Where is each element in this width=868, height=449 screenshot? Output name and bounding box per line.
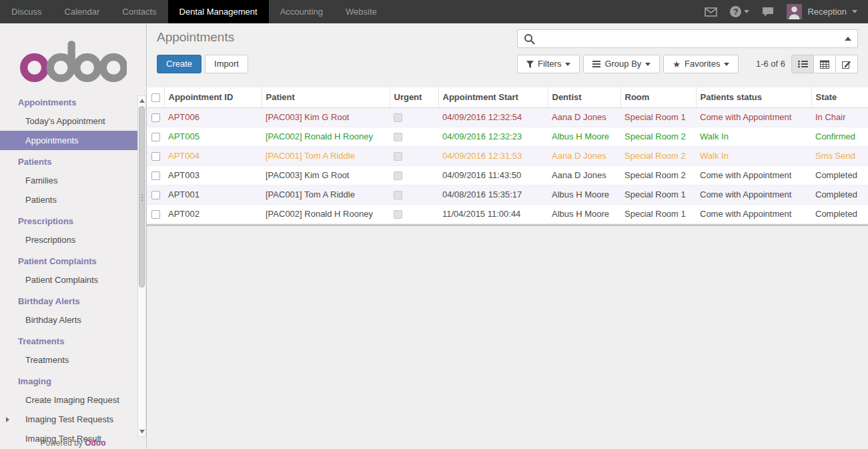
- scrollbar-thumb[interactable]: [139, 106, 145, 288]
- table-row-apt003[interactable]: APT003[PAC003] Kim G Root04/09/2016 11:4…: [147, 165, 868, 185]
- cell-id[interactable]: APT002: [164, 204, 262, 223]
- column-header-room[interactable]: Room: [620, 87, 696, 107]
- odoo-brand-text[interactable]: Odoo: [85, 438, 105, 448]
- column-header-patient[interactable]: Patient: [262, 87, 390, 107]
- column-header-patients-status[interactable]: Patients status: [696, 87, 811, 107]
- chat-icon[interactable]: [762, 7, 774, 17]
- help-menu-button[interactable]: ?: [730, 6, 749, 17]
- cell-dentist[interactable]: Aana D Jones: [548, 165, 620, 185]
- user-menu[interactable]: Reception: [787, 4, 857, 19]
- sidebar-item-birthday-alerts[interactable]: Birthday Alerts: [0, 310, 146, 330]
- cell-patient[interactable]: [PAC003] Kim G Root: [262, 107, 390, 127]
- column-header-appointment-id[interactable]: Appointment ID: [164, 87, 262, 107]
- table-row-apt006[interactable]: APT006[PAC003] Kim G Root04/09/2016 12:3…: [147, 107, 868, 127]
- cell-start[interactable]: 04/09/2016 12:32:23: [438, 127, 548, 146]
- cell-status[interactable]: Walk In: [696, 146, 811, 165]
- search-expand-caret-icon[interactable]: [845, 37, 851, 41]
- cell-state[interactable]: Completed: [811, 165, 868, 185]
- cell-state[interactable]: Sms Send: [811, 146, 868, 165]
- envelope-icon[interactable]: [705, 7, 717, 17]
- cell-dentist[interactable]: Aana D Jones: [548, 146, 620, 165]
- list-view-button[interactable]: [791, 55, 814, 73]
- cell-patient[interactable]: [PAC003] Kim G Root: [262, 165, 390, 185]
- column-header-state[interactable]: State: [811, 87, 868, 107]
- cell-state[interactable]: Completed: [811, 185, 868, 204]
- table-row-apt001[interactable]: APT001[PAC001] Tom A Riddle04/08/2016 15…: [147, 185, 868, 204]
- table-row-apt002[interactable]: APT002[PAC002] Ronald H Rooney11/04/2015…: [147, 204, 868, 223]
- cell-urgent[interactable]: [390, 165, 438, 185]
- import-button[interactable]: Import: [205, 55, 248, 73]
- sidebar-scrollbar[interactable]: [137, 95, 146, 437]
- group-by-button[interactable]: Group By: [583, 55, 660, 73]
- cell-urgent[interactable]: [390, 185, 438, 204]
- column-header-urgent[interactable]: Urgent: [390, 87, 438, 107]
- select-all-checkbox[interactable]: [151, 93, 160, 102]
- cell-room[interactable]: Special Room 2: [620, 127, 696, 146]
- cell-patient[interactable]: [PAC001] Tom A Riddle: [262, 146, 390, 165]
- cell-state[interactable]: Completed: [811, 204, 868, 223]
- cell-status[interactable]: Come with Appointment: [696, 165, 811, 185]
- cell-patient[interactable]: [PAC001] Tom A Riddle: [262, 185, 390, 204]
- sidebar-item-imaging-test-requests[interactable]: Imaging Test Requests: [0, 410, 146, 429]
- cell-dentist[interactable]: Albus H Moore: [548, 204, 620, 223]
- sidebar-item-families[interactable]: Families: [0, 171, 146, 190]
- row-checkbox[interactable]: [151, 171, 160, 180]
- menu-item-accounting[interactable]: Accounting: [269, 0, 334, 23]
- column-header-appointment-start[interactable]: Appointment Start: [438, 87, 548, 107]
- cell-room[interactable]: Special Room 2: [620, 165, 696, 185]
- sidebar-item-treatments[interactable]: Treatments: [0, 350, 146, 370]
- search-input[interactable]: [540, 34, 845, 44]
- cell-patient[interactable]: [PAC002] Ronald H Rooney: [262, 127, 390, 146]
- menu-item-dental-management[interactable]: Dental Management: [168, 0, 269, 23]
- cell-urgent[interactable]: [390, 204, 438, 223]
- cell-state[interactable]: Confirmed: [811, 127, 868, 146]
- cell-urgent[interactable]: [390, 107, 438, 127]
- cell-id[interactable]: APT003: [164, 165, 262, 185]
- cell-id[interactable]: APT004: [164, 146, 262, 165]
- cell-room[interactable]: Special Room 2: [620, 146, 696, 165]
- cell-status[interactable]: Come with Appointment: [696, 107, 811, 127]
- cell-start[interactable]: 04/09/2016 11:43:50: [438, 165, 548, 185]
- row-checkbox[interactable]: [151, 133, 160, 141]
- menu-item-contacts[interactable]: Contacts: [111, 0, 167, 23]
- cell-start[interactable]: 04/09/2016 12:31:53: [438, 146, 548, 165]
- cell-dentist[interactable]: Aana D Jones: [548, 107, 620, 127]
- sidebar-item-patients[interactable]: Patients: [0, 190, 146, 209]
- cell-room[interactable]: Special Room 1: [620, 107, 696, 127]
- cell-id[interactable]: APT001: [164, 185, 262, 204]
- scroll-up-icon[interactable]: [139, 99, 145, 103]
- cell-status[interactable]: Come with Appointment: [696, 204, 811, 223]
- sidebar-item-create-imaging-request[interactable]: Create Imaging Request: [0, 390, 146, 410]
- form-edit-button[interactable]: [835, 55, 858, 73]
- menu-item-discuss[interactable]: Discuss: [0, 0, 53, 23]
- cell-start[interactable]: 04/08/2016 15:35:17: [438, 185, 548, 204]
- cell-dentist[interactable]: Albus H Moore: [548, 185, 620, 204]
- menu-item-calendar[interactable]: Calendar: [53, 0, 111, 23]
- row-checkbox[interactable]: [151, 191, 160, 199]
- cell-state[interactable]: In Chair: [811, 107, 868, 127]
- cell-urgent[interactable]: [390, 146, 438, 165]
- table-row-apt004[interactable]: APT004[PAC001] Tom A Riddle04/09/2016 12…: [147, 146, 868, 165]
- cell-id[interactable]: APT005: [164, 127, 262, 146]
- cell-room[interactable]: Special Room 1: [620, 185, 696, 204]
- row-checkbox[interactable]: [151, 113, 160, 122]
- cell-patient[interactable]: [PAC002] Ronald H Rooney: [262, 204, 390, 223]
- calendar-view-button[interactable]: [813, 55, 836, 73]
- sidebar-item-today-s-appointment[interactable]: Today's Appointment: [0, 111, 146, 131]
- sidebar-item-patient-complaints[interactable]: Patient Complaints: [0, 270, 146, 290]
- create-button[interactable]: Create: [157, 55, 201, 73]
- menu-item-website[interactable]: Website: [334, 0, 388, 23]
- sidebar-item-appointments[interactable]: Appointments: [0, 131, 146, 150]
- cell-room[interactable]: Special Room 1: [620, 204, 696, 223]
- chevron-right-icon[interactable]: [6, 417, 9, 422]
- cell-id[interactable]: APT006: [164, 107, 262, 127]
- favorites-button[interactable]: ★ Favorites: [663, 55, 739, 73]
- row-checkbox[interactable]: [151, 152, 160, 161]
- cell-dentist[interactable]: Albus H Moore: [548, 127, 620, 146]
- table-row-apt005[interactable]: APT005[PAC002] Ronald H Rooney04/09/2016…: [147, 127, 868, 146]
- cell-start[interactable]: 11/04/2015 11:00:44: [438, 204, 548, 223]
- cell-urgent[interactable]: [390, 127, 438, 146]
- cell-start[interactable]: 04/09/2016 12:32:54: [438, 107, 548, 127]
- sidebar-item-prescriptions[interactable]: Prescriptions: [0, 230, 146, 250]
- row-checkbox[interactable]: [151, 210, 160, 219]
